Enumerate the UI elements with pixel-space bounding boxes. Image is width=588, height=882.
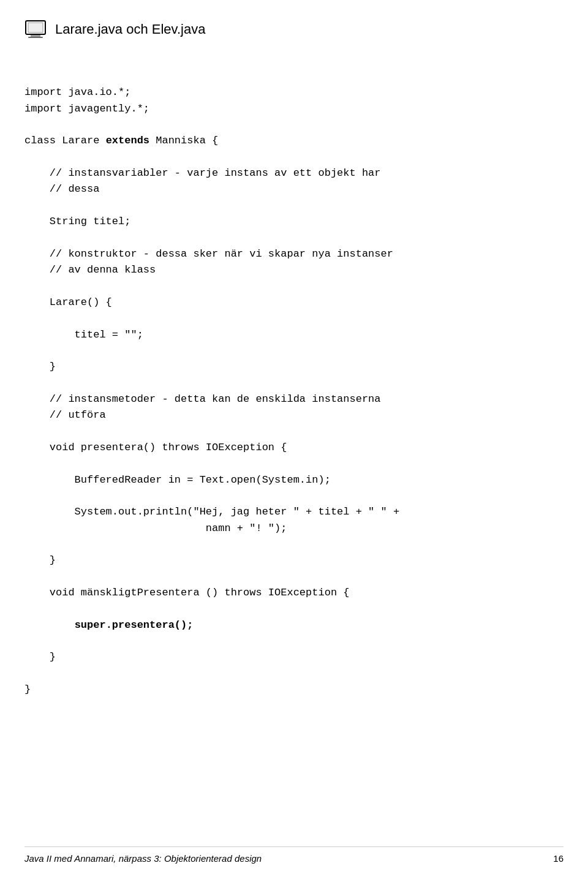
code-line: Larare() { <box>24 296 112 308</box>
code-line: void mänskligtPresentera () throws IOExc… <box>24 587 350 598</box>
svg-rect-3 <box>28 37 43 38</box>
svg-rect-1 <box>28 23 43 32</box>
code-line: // utföra <box>24 409 106 421</box>
code-line: super.presentera(); <box>24 619 193 631</box>
code-line: } <box>24 361 56 372</box>
code-line: System.out.println("Hej, jag heter " + t… <box>24 506 399 518</box>
code-line: } <box>24 684 31 695</box>
code-line: class Larare extends Manniska { <box>24 135 218 146</box>
page-number: 16 <box>553 853 564 864</box>
code-content: import java.io.*; import javagently.*; c… <box>24 69 564 698</box>
code-line: String titel; <box>24 216 130 227</box>
computer-icon <box>24 18 47 40</box>
code-line: namn + "! "); <box>24 522 287 534</box>
code-line: // konstruktor - dessa sker när vi skapa… <box>24 248 393 260</box>
code-line: import javagently.*; <box>24 103 149 115</box>
code-line: titel = ""; <box>24 329 143 341</box>
page-header: Larare.java och Elev.java <box>24 18 564 47</box>
code-line: BufferedReader in = Text.open(System.in)… <box>24 474 331 486</box>
code-line: void presentera() throws IOException { <box>24 442 287 453</box>
footer-text: Java II med Annamari, närpass 3: Objekto… <box>24 853 262 864</box>
page-footer: Java II med Annamari, närpass 3: Objekto… <box>24 846 564 864</box>
svg-rect-2 <box>31 35 40 37</box>
code-line: import java.io.*; <box>24 86 130 98</box>
code-line: } <box>24 554 56 566</box>
page-title: Larare.java och Elev.java <box>55 21 205 37</box>
code-line: // av denna klass <box>24 264 156 276</box>
code-line: // instansvariabler - varje instans av e… <box>24 167 381 179</box>
code-line: // dessa <box>24 183 99 195</box>
code-line: } <box>24 651 56 663</box>
code-line: // instansmetoder - detta kan de enskild… <box>24 393 381 405</box>
